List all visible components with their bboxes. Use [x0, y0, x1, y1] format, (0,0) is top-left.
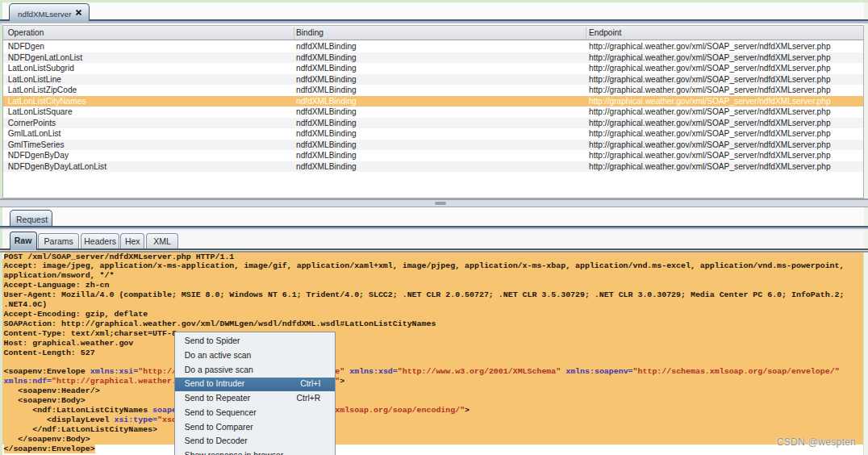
menu-item-show-response-in-browser[interactable]: Show response in browser — [175, 449, 335, 455]
request-text: application/msword, */* — [4, 271, 115, 280]
cell-op: NDFDgenLatLonList — [8, 52, 82, 64]
tab-headers[interactable]: Headers — [81, 233, 119, 248]
cell-end: http://graphical.weather.gov/xml/SOAP_se… — [589, 106, 831, 118]
selection-highlight-tail: </soapenv:Envelope> — [4, 445, 95, 453]
menu-item-send-to-spider[interactable]: Send to Spider — [175, 334, 335, 349]
tab-params-label: Params — [39, 236, 79, 246]
request-text: Accept-Encoding: gzip, deflate — [4, 310, 148, 319]
tab-raw[interactable]: Raw — [10, 232, 37, 250]
request-text: SOAPAction: http://graphical.weather.gov… — [4, 319, 436, 328]
request-line-15: <soapenv:Header/> — [4, 386, 863, 396]
request-line-20: </soapenv:Body> — [4, 435, 863, 445]
cell-op: LatLonListSquare — [8, 106, 73, 118]
table-header: Operation Binding Endpoint — [3, 26, 863, 40]
editor-tabbar — [2, 207, 864, 226]
table-row-LatLonListZipCode[interactable]: LatLonListZipCodendfdXMLBindinghttp://gr… — [3, 85, 863, 96]
table-row-LatLonListLine[interactable]: LatLonListLinendfdXMLBindinghttp://graph… — [3, 74, 863, 86]
table-row-NDFDgenByDayLatLonList[interactable]: NDFDgenByDayLatLonListndfdXMLBindinghttp… — [3, 161, 863, 173]
cell-op: NDFDgenByDayLatLonList — [8, 161, 106, 173]
menu-item-send-to-comparer[interactable]: Send to Comparer — [175, 420, 335, 435]
cell-op: LatLonListLine — [8, 74, 61, 86]
cell-bind: ndfdXMLBinding — [296, 74, 357, 86]
table-row-GmlTimeSeries[interactable]: GmlTimeSeriesndfdXMLBindinghttp://graphi… — [3, 140, 863, 151]
menu-item-send-to-intruder[interactable]: Send to IntruderCtrl+I — [175, 378, 335, 392]
table-row-GmlLatLonList[interactable]: GmlLatLonListndfdXMLBindinghttp://graphi… — [3, 128, 863, 140]
menu-item-shortcut: Ctrl+I — [300, 379, 320, 388]
cell-bind: ndfdXMLBinding — [296, 85, 357, 96]
cell-bind: ndfdXMLBinding — [296, 140, 357, 151]
cell-bind: ndfdXMLBinding — [296, 41, 357, 52]
xml-attribute-name: xmlns:soapenv= — [565, 367, 632, 376]
cell-end: http://graphical.weather.gov/xml/SOAP_se… — [589, 63, 831, 74]
request-line-18: <displayLevel xsi:type="xsd:integer">?</… — [4, 415, 863, 425]
menu-item-do-an-active-scan[interactable]: Do an active scan — [175, 349, 335, 363]
request-text: Accept-Language: zh-cn — [4, 281, 110, 290]
cell-op: LatLonListCityNames — [8, 96, 86, 107]
splitter-grip-icon[interactable] — [435, 202, 447, 205]
close-x-icon — [76, 10, 81, 15]
wsdl-tabbar — [2, 2, 864, 19]
tab-raw-label: Raw — [10, 236, 36, 245]
request-line-7: Accept-Encoding: gzip, deflate — [4, 310, 863, 319]
request-text: </soapenv:Body> — [4, 435, 90, 444]
request-line-11: Content-Length: 527 — [4, 349, 863, 358]
table-row-LatLonListSquare[interactable]: LatLonListSquarendfdXMLBindinghttp://gra… — [3, 106, 863, 118]
menu-item-label: Send to Decoder — [185, 436, 248, 445]
request-line-14: xmlns:ndf="http://graphical.weather.gov/… — [4, 377, 863, 386]
table-row-LatLonListCityNames[interactable]: LatLonListCityNamesndfdXMLBindinghttp://… — [3, 96, 863, 107]
menu-item-label: Send to Repeater — [185, 394, 250, 403]
table-row-NDFDgen[interactable]: NDFDgenndfdXMLBindinghttp://graphical.we… — [3, 41, 863, 52]
request-line-8: SOAPAction: http://graphical.weather.gov… — [4, 319, 863, 329]
tab-request-label: Request — [16, 215, 48, 224]
request-text: </ndf:LatLonListCityNames> — [4, 425, 158, 434]
tab-close-icon[interactable] — [76, 10, 81, 15]
request-line-4: Accept-Language: zh-cn — [4, 281, 863, 290]
request-line-16: <soapenv:Body> — [4, 396, 863, 406]
tab-xml[interactable]: XML — [146, 233, 178, 248]
context-menu: Send to SpiderDo an active scanDo a pass… — [174, 332, 336, 455]
request-text: </soapenv:Envelope> — [4, 445, 95, 453]
cell-op: GmlTimeSeries — [8, 140, 65, 151]
menu-item-send-to-repeater[interactable]: Send to RepeaterCtrl+R — [175, 391, 335, 406]
request-text: .NET4.0C) — [4, 300, 48, 309]
xml-attribute-value: "http://schemas.xmlsoap.org/soap/envelop… — [633, 367, 840, 376]
request-text: Host: graphical.weather.gov — [4, 339, 134, 348]
column-separator[interactable] — [586, 27, 586, 40]
request-editor[interactable]: POST /xml/SOAP_server/ndfdXMLserver.php … — [2, 253, 863, 455]
tab-ndfdxmlserver[interactable]: ndfdXMLserver — [9, 3, 90, 21]
request-line-19: </ndf:LatLonListCityNames> — [4, 425, 863, 435]
menu-item-label: Send to Comparer — [185, 423, 253, 432]
cell-op: NDFDgenByDay — [8, 150, 69, 161]
table-row-CornerPoints[interactable]: CornerPointsndfdXMLBindinghttp://graphic… — [3, 118, 863, 129]
column-header-operation[interactable]: Operation — [8, 26, 44, 40]
cell-end: http://graphical.weather.gov/xml/SOAP_se… — [589, 41, 831, 52]
request-text: > — [465, 406, 469, 415]
cell-bind: ndfdXMLBinding — [296, 150, 357, 161]
menu-item-do-a-passive-scan[interactable]: Do a passive scan — [175, 363, 335, 378]
tab-hex[interactable]: Hex — [120, 233, 144, 248]
tab-params[interactable]: Params — [38, 233, 80, 248]
table-row-NDFDgenLatLonList[interactable]: NDFDgenLatLonListndfdXMLBindinghttp://gr… — [3, 52, 863, 64]
request-line-17: <ndf:LatLonListCityNames soapenv:encodin… — [4, 406, 863, 415]
cell-op: CornerPoints — [8, 118, 56, 129]
request-text: POST /xml/SOAP_server/ndfdXMLserver.php … — [4, 253, 235, 261]
cell-op: LatLonListSubgrid — [8, 63, 74, 74]
request-text: Content-Type: text/xml;charset=UTF-8 — [4, 329, 177, 338]
table-row-NDFDgenByDay[interactable]: NDFDgenByDayndfdXMLBindinghttp://graphic… — [3, 150, 863, 161]
tab-hex-label: Hex — [121, 236, 144, 246]
menu-item-send-to-decoder[interactable]: Send to Decoder — [175, 435, 335, 449]
column-separator[interactable] — [294, 27, 294, 40]
column-header-endpoint[interactable]: Endpoint — [589, 26, 621, 40]
xml-attribute-value: "http://www.w3.org/2001/XMLSchema" — [398, 367, 561, 376]
tab-request[interactable]: Request — [10, 210, 53, 227]
menu-item-send-to-sequencer[interactable]: Send to Sequencer — [175, 406, 335, 420]
request-text: User-Agent: Mozilla/4.0 (compatible; MSI… — [4, 290, 849, 299]
tab-xml-label: XML — [147, 236, 177, 246]
xml-attribute-name: xmlns:xsi= — [90, 367, 139, 376]
cell-end: http://graphical.weather.gov/xml/SOAP_se… — [589, 128, 831, 140]
cell-end: http://graphical.weather.gov/xml/SOAP_se… — [589, 85, 831, 96]
table-row-LatLonListSubgrid[interactable]: LatLonListSubgridndfdXMLBindinghttp://gr… — [3, 63, 863, 74]
request-line-13: <soapenv:Envelope xmlns:xsi="http://www.… — [4, 367, 863, 377]
request-text: <displayLevel — [4, 415, 115, 424]
column-header-binding[interactable]: Binding — [296, 26, 323, 40]
